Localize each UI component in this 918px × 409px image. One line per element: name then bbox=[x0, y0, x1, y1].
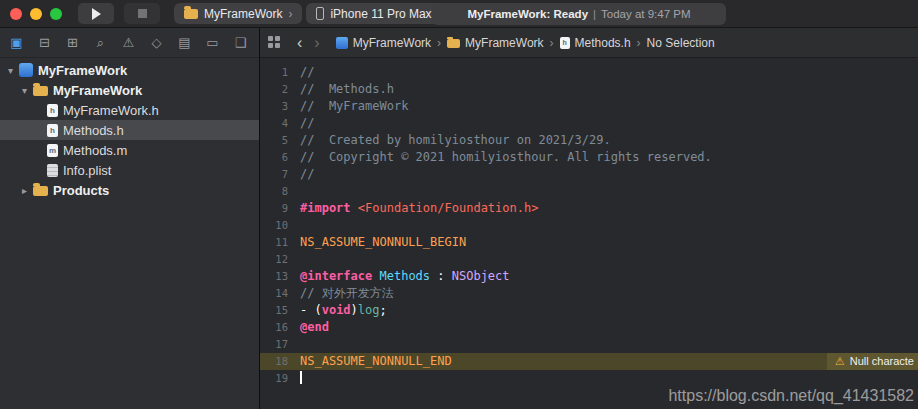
project-navigator-icon[interactable]: ▣ bbox=[8, 35, 25, 50]
scheme-target-button[interactable]: MyFrameWork › bbox=[174, 3, 302, 24]
navigator-tab-bar: ▣⊟⊞⌕⚠◇▤▭❑ bbox=[0, 28, 259, 58]
breadcrumb-label: MyFrameWork bbox=[465, 36, 543, 50]
chevron-right-icon: › bbox=[637, 36, 641, 50]
code-line[interactable]: 19 bbox=[260, 370, 918, 387]
warning-badge[interactable]: ⚠Null characte bbox=[827, 353, 918, 370]
line-number: 2 bbox=[260, 81, 300, 98]
code-line[interactable]: 11NS_ASSUME_NONNULL_BEGIN bbox=[260, 234, 918, 251]
line-number: 18 bbox=[260, 353, 300, 370]
line-content: // bbox=[300, 64, 314, 81]
breadcrumb-item[interactable]: hMethods.h bbox=[560, 36, 631, 50]
close-window-button[interactable] bbox=[10, 8, 22, 20]
search-icon[interactable]: ⌕ bbox=[92, 35, 109, 51]
file-m-icon: m bbox=[47, 144, 58, 157]
breadcrumb-item[interactable]: No Selection bbox=[647, 36, 715, 50]
chevron-right-icon: › bbox=[437, 36, 441, 50]
code-line[interactable]: 5// Created by homilyiosthour on 2021/3/… bbox=[260, 132, 918, 149]
code-lines: 1//2// Methods.h3// MyFrameWork4//5// Cr… bbox=[260, 64, 918, 387]
line-content: NS_ASSUME_NONNULL_END bbox=[300, 353, 452, 370]
line-content: // MyFrameWork bbox=[300, 98, 408, 115]
symbols-icon[interactable]: ⊞ bbox=[64, 35, 81, 50]
scheme-device-button[interactable]: iPhone 11 Pro Max bbox=[306, 3, 441, 24]
file-tree: ▾MyFrameWork▾MyFrameWorkhMyFrameWork.hhM… bbox=[0, 58, 259, 409]
code-editor[interactable]: 1//2// Methods.h3// MyFrameWork4//5// Cr… bbox=[260, 58, 918, 409]
stop-button[interactable] bbox=[124, 3, 160, 24]
code-line[interactable]: 18NS_ASSUME_NONNULL_END⚠Null characte bbox=[260, 353, 918, 370]
issues-icon[interactable]: ⚠ bbox=[120, 35, 137, 50]
navigator-sidebar: ▣⊟⊞⌕⚠◇▤▭❑ ▾MyFrameWork▾MyFrameWorkhMyFra… bbox=[0, 28, 260, 409]
breadcrumb-label: MyFrameWork bbox=[353, 36, 431, 50]
back-button[interactable]: ‹ bbox=[291, 35, 308, 51]
line-number: 4 bbox=[260, 115, 300, 132]
file-tree-row[interactable]: mMethods.m bbox=[0, 140, 259, 160]
breadcrumb-item[interactable]: MyFrameWork bbox=[336, 36, 431, 50]
breadcrumb-label: Methods.h bbox=[575, 36, 631, 50]
code-line[interactable]: 14// 对外开发方法 bbox=[260, 285, 918, 302]
file-tree-row[interactable]: ▾MyFrameWork bbox=[0, 60, 259, 80]
code-line[interactable]: 10 bbox=[260, 217, 918, 234]
file-label: MyFrameWork bbox=[38, 63, 127, 78]
line-number: 1 bbox=[260, 64, 300, 81]
related-items-icon[interactable] bbox=[268, 36, 281, 49]
line-content: @interface Methods : NSObject bbox=[300, 268, 510, 285]
folder-icon bbox=[184, 9, 198, 19]
debug-icon[interactable]: ▤ bbox=[176, 35, 193, 50]
activity-view: MyFrameWork: Ready | Today at 9:47 PM bbox=[432, 3, 726, 25]
code-line[interactable]: 3// MyFrameWork bbox=[260, 98, 918, 115]
line-number: 6 bbox=[260, 149, 300, 166]
breadcrumb-item[interactable]: MyFrameWork bbox=[447, 36, 543, 50]
line-content: // Copyright © 2021 homilyiosthour. All … bbox=[300, 149, 712, 166]
file-tree-row[interactable]: ▸Products bbox=[0, 180, 259, 200]
chevron-right-icon: › bbox=[550, 36, 554, 50]
file-label: MyFrameWork.h bbox=[63, 103, 159, 118]
line-content: @end bbox=[300, 319, 329, 336]
code-line[interactable]: 7// bbox=[260, 166, 918, 183]
code-line[interactable]: 6// Copyright © 2021 homilyiosthour. All… bbox=[260, 149, 918, 166]
code-line[interactable]: 8 bbox=[260, 183, 918, 200]
chevron-right-icon: › bbox=[288, 7, 292, 21]
xcode-window: MyFrameWork › iPhone 11 Pro Max MyFrameW… bbox=[0, 0, 918, 409]
code-line[interactable]: 1// bbox=[260, 64, 918, 81]
line-number: 17 bbox=[260, 336, 300, 353]
warning-label: Null characte bbox=[850, 353, 914, 370]
play-icon bbox=[92, 8, 101, 20]
scheme-selector: MyFrameWork › iPhone 11 Pro Max bbox=[174, 3, 442, 24]
minimize-window-button[interactable] bbox=[30, 8, 42, 20]
code-line[interactable]: 9#import <Foundation/Foundation.h> bbox=[260, 200, 918, 217]
file-label: Products bbox=[53, 183, 109, 198]
line-number: 9 bbox=[260, 200, 300, 217]
breakpoints-icon[interactable]: ▭ bbox=[204, 35, 221, 50]
file-tree-row[interactable]: hMyFrameWork.h bbox=[0, 100, 259, 120]
tests-icon[interactable]: ◇ bbox=[148, 35, 165, 50]
reports-icon[interactable]: ❑ bbox=[232, 35, 249, 50]
file-h-icon: h bbox=[47, 124, 58, 137]
line-number: 5 bbox=[260, 132, 300, 149]
folder-icon bbox=[447, 39, 460, 48]
jump-bar: ‹ › MyFrameWork›MyFrameWork›hMethods.h›N… bbox=[260, 28, 918, 58]
code-line[interactable]: 12 bbox=[260, 251, 918, 268]
code-line[interactable]: 4// bbox=[260, 115, 918, 132]
folder-icon bbox=[33, 86, 48, 96]
file-tree-row[interactable]: ▾MyFrameWork bbox=[0, 80, 259, 100]
disclosure-triangle[interactable]: ▾ bbox=[18, 85, 31, 96]
code-line[interactable]: 13@interface Methods : NSObject bbox=[260, 268, 918, 285]
file-label: Methods.h bbox=[63, 123, 124, 138]
source-control-icon[interactable]: ⊟ bbox=[36, 35, 53, 50]
disclosure-triangle[interactable]: ▸ bbox=[18, 185, 31, 196]
run-button[interactable] bbox=[78, 3, 114, 24]
code-line[interactable]: 2// Methods.h bbox=[260, 81, 918, 98]
file-tree-row[interactable]: Info.plist bbox=[0, 160, 259, 180]
file-label: Methods.m bbox=[63, 143, 127, 158]
zoom-window-button[interactable] bbox=[50, 8, 62, 20]
code-line[interactable]: 17 bbox=[260, 336, 918, 353]
line-number: 3 bbox=[260, 98, 300, 115]
toolbar: MyFrameWork › iPhone 11 Pro Max MyFrameW… bbox=[0, 0, 918, 28]
line-number: 11 bbox=[260, 234, 300, 251]
file-tree-row[interactable]: hMethods.h bbox=[0, 120, 259, 140]
activity-status: MyFrameWork: Ready bbox=[467, 8, 588, 20]
code-line[interactable]: 15- (void)log; bbox=[260, 302, 918, 319]
line-number: 13 bbox=[260, 268, 300, 285]
disclosure-triangle[interactable]: ▾ bbox=[4, 65, 17, 76]
forward-button[interactable]: › bbox=[308, 35, 325, 51]
code-line[interactable]: 16@end bbox=[260, 319, 918, 336]
